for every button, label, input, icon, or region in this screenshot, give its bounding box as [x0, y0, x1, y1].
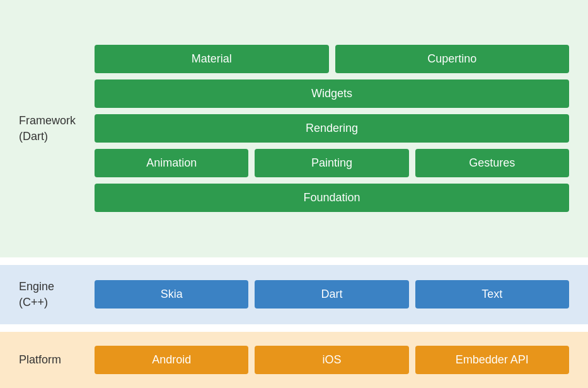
framework-row-3: Rendering [95, 114, 569, 143]
platform-label: Platform [19, 352, 95, 368]
divider-1 [0, 257, 588, 265]
framework-row-2: Widgets [95, 79, 569, 108]
platform-row: Android iOS Embedder API [95, 346, 569, 374]
platform-content: Android iOS Embedder API [95, 346, 569, 374]
engine-label: Engine (C++) [19, 279, 95, 310]
divider-2 [0, 324, 588, 332]
gestures-box: Gestures [415, 149, 569, 177]
engine-row: Skia Dart Text [95, 280, 569, 309]
cupertino-box: Cupertino [335, 45, 570, 73]
material-box: Material [95, 45, 329, 73]
framework-row-1: Material Cupertino [95, 45, 569, 73]
dart-box: Dart [255, 280, 408, 309]
engine-layer: Engine (C++) Skia Dart Text [0, 265, 588, 324]
framework-label: Framework (Dart) [19, 113, 95, 144]
skia-box: Skia [95, 280, 248, 309]
ios-box: iOS [255, 346, 408, 374]
embedder-api-box: Embedder API [415, 346, 569, 374]
rendering-box: Rendering [95, 114, 569, 143]
framework-content: Material Cupertino Widgets Rendering Ani… [95, 45, 569, 212]
platform-layer: Platform Android iOS Embedder API [0, 332, 588, 388]
painting-box: Painting [255, 149, 408, 177]
text-box: Text [415, 280, 569, 309]
framework-row-5: Foundation [95, 184, 569, 212]
animation-box: Animation [95, 149, 248, 177]
foundation-box: Foundation [95, 184, 569, 212]
engine-content: Skia Dart Text [95, 280, 569, 309]
framework-layer: Framework (Dart) Material Cupertino Widg… [0, 0, 588, 257]
widgets-box: Widgets [95, 79, 569, 108]
android-box: Android [95, 346, 248, 374]
framework-row-4: Animation Painting Gestures [95, 149, 569, 177]
